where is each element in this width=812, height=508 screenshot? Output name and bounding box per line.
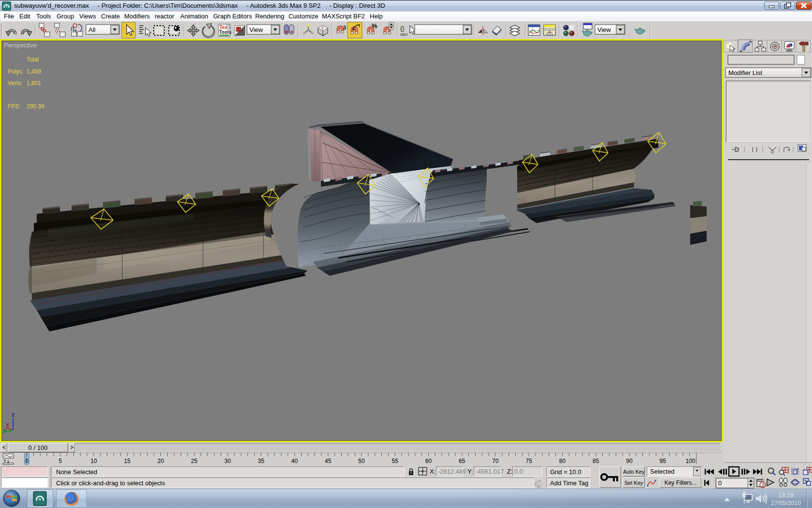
svg-text:T: T	[321, 26, 324, 30]
svg-text:View: View	[597, 26, 611, 33]
svg-text:%: %	[372, 22, 377, 30]
svg-text:85: 85	[593, 458, 599, 464]
svg-text:50: 50	[358, 458, 365, 464]
svg-text:{}: {}	[400, 25, 405, 32]
svg-text:Modifier List: Modifier List	[728, 69, 762, 76]
svg-text:15: 15	[124, 458, 131, 464]
svg-text:3: 3	[343, 25, 346, 30]
svg-text:25: 25	[191, 458, 198, 464]
svg-text:90: 90	[626, 458, 633, 464]
svg-text:View: View	[249, 26, 263, 33]
svg-text:60: 60	[425, 458, 432, 464]
svg-text:95: 95	[660, 458, 667, 464]
svg-text:70: 70	[492, 458, 499, 464]
svg-text:ABC: ABC	[400, 32, 408, 37]
svg-text:All: All	[88, 26, 96, 33]
svg-text:5: 5	[58, 458, 62, 464]
svg-text:40: 40	[291, 458, 298, 464]
svg-text:45: 45	[325, 458, 332, 464]
svg-text:27/05/2010: 27/05/2010	[771, 500, 801, 507]
svg-text:0: 0	[25, 458, 29, 464]
svg-text:55: 55	[392, 458, 399, 464]
svg-text:100: 100	[685, 458, 695, 464]
svg-text:35: 35	[258, 458, 265, 464]
svg-text:75: 75	[526, 458, 533, 464]
svg-text:20: 20	[158, 458, 164, 464]
svg-text:x: x	[6, 421, 10, 428]
svg-text:80: 80	[559, 458, 566, 464]
svg-text:z: z	[12, 411, 15, 418]
svg-text:Tools: Tools	[219, 30, 232, 35]
svg-text:0: 0	[718, 479, 722, 487]
svg-text:13:28: 13:28	[778, 492, 793, 499]
svg-text:10: 10	[90, 458, 97, 464]
svg-text:65: 65	[459, 458, 465, 464]
svg-text:30: 30	[224, 458, 231, 464]
svg-text:y: y	[2, 426, 6, 433]
